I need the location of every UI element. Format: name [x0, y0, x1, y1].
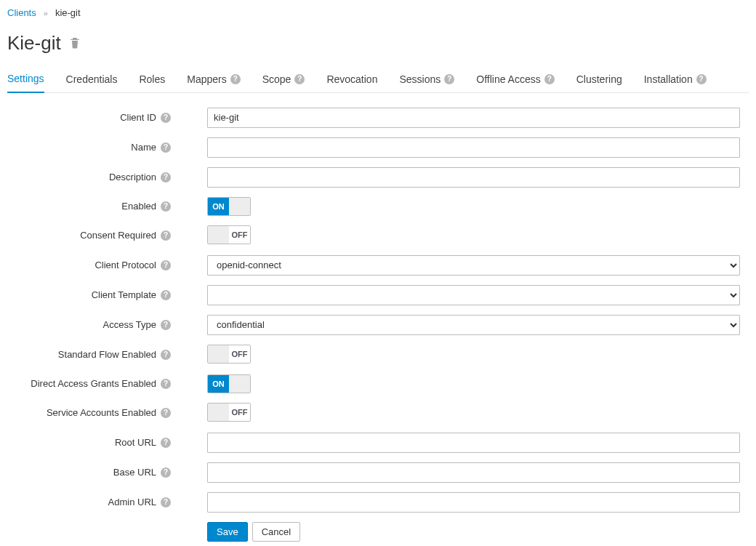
row-standard-flow: Standard Flow Enabled ? OFF — [7, 345, 749, 365]
tab-label: Sessions — [399, 73, 441, 85]
page-title: Kie-git — [7, 33, 61, 54]
direct-access-toggle[interactable]: ON — [207, 374, 251, 393]
tab-label: Roles — [139, 73, 165, 85]
help-icon[interactable]: ? — [161, 497, 171, 507]
help-icon[interactable]: ? — [696, 74, 707, 84]
row-service-accounts: Service Accounts Enabled ? OFF — [7, 403, 749, 423]
help-icon[interactable]: ? — [161, 290, 171, 300]
breadcrumb-clients-link[interactable]: Clients — [7, 7, 36, 18]
breadcrumb: Clients » kie-git — [7, 7, 749, 18]
row-enabled: Enabled ? ON — [7, 197, 749, 216]
help-icon[interactable]: ? — [161, 230, 171, 241]
tab-label: Credentials — [66, 73, 118, 85]
tabs: SettingsCredentialsRolesMappers?Scope?Re… — [7, 67, 749, 93]
help-icon[interactable]: ? — [161, 379, 171, 389]
row-direct-access: Direct Access Grants Enabled ? ON — [7, 374, 749, 393]
label-admin-url: Admin URL ? — [7, 497, 178, 507]
save-button[interactable]: Save — [207, 522, 248, 542]
access-type-select[interactable]: confidential — [207, 315, 740, 335]
client-template-select[interactable] — [207, 285, 740, 305]
tab-scope[interactable]: Scope? — [262, 67, 305, 93]
page-title-row: Kie-git — [7, 33, 749, 54]
tab-label: Revocation — [326, 73, 377, 85]
row-name: Name ? — [7, 137, 749, 158]
tab-label: Mappers — [187, 73, 226, 85]
help-icon[interactable]: ? — [444, 74, 454, 84]
row-description: Description ? — [7, 167, 749, 188]
toggle-handle — [208, 345, 229, 363]
toggle-off-label: OFF — [229, 404, 250, 421]
help-icon[interactable]: ? — [544, 74, 555, 84]
tab-revocation[interactable]: Revocation — [326, 67, 377, 93]
toggle-on-label: ON — [208, 375, 229, 393]
help-icon[interactable]: ? — [161, 438, 171, 448]
label-direct-access: Direct Access Grants Enabled ? — [7, 378, 178, 389]
tab-offline-access[interactable]: Offline Access? — [476, 67, 554, 93]
tab-installation[interactable]: Installation? — [644, 67, 707, 93]
label-client-template: Client Template ? — [7, 289, 178, 300]
tab-mappers[interactable]: Mappers? — [187, 67, 240, 93]
settings-form: Client ID ? Name ? Description ? Enabled… — [7, 108, 749, 542]
toggle-on-label: ON — [208, 198, 229, 215]
form-actions: Save Cancel — [7, 522, 749, 542]
tab-label: Installation — [644, 73, 693, 85]
row-access-type: Access Type ? confidential — [7, 315, 749, 335]
help-icon[interactable]: ? — [230, 74, 241, 84]
label-description: Description ? — [7, 172, 178, 182]
label-client-protocol: Client Protocol ? — [7, 260, 178, 270]
toggle-handle — [229, 198, 250, 215]
label-service-accounts: Service Accounts Enabled ? — [7, 407, 178, 418]
base-url-input[interactable] — [207, 462, 740, 483]
help-icon[interactable]: ? — [161, 350, 171, 360]
toggle-handle — [208, 226, 229, 244]
client-id-input[interactable] — [207, 108, 740, 128]
help-icon[interactable]: ? — [161, 142, 171, 153]
tab-label: Clustering — [576, 73, 622, 85]
label-access-type: Access Type ? — [7, 319, 178, 330]
row-base-url: Base URL ? — [7, 462, 749, 483]
cancel-button[interactable]: Cancel — [252, 522, 300, 542]
tab-settings[interactable]: Settings — [7, 67, 44, 93]
label-root-url: Root URL ? — [7, 437, 178, 448]
tab-label: Scope — [262, 73, 291, 85]
help-icon[interactable]: ? — [161, 260, 171, 270]
label-name: Name ? — [7, 142, 178, 153]
label-client-id: Client ID ? — [7, 112, 178, 123]
toggle-off-label: OFF — [229, 226, 250, 244]
help-icon[interactable]: ? — [161, 467, 171, 478]
tab-roles[interactable]: Roles — [139, 67, 165, 93]
tab-label: Settings — [7, 73, 44, 84]
tab-clustering[interactable]: Clustering — [576, 67, 622, 93]
breadcrumb-separator: » — [44, 9, 48, 17]
label-enabled: Enabled ? — [7, 201, 178, 212]
tab-sessions[interactable]: Sessions? — [399, 67, 454, 93]
row-client-id: Client ID ? — [7, 108, 749, 128]
root-url-input[interactable] — [207, 433, 740, 453]
toggle-handle — [229, 375, 250, 393]
row-client-template: Client Template ? — [7, 285, 749, 305]
row-client-protocol: Client Protocol ? openid-connect — [7, 255, 749, 276]
help-icon[interactable]: ? — [294, 74, 305, 84]
enabled-toggle[interactable]: ON — [207, 197, 251, 216]
help-icon[interactable]: ? — [161, 201, 171, 212]
tab-label: Offline Access — [476, 73, 540, 85]
help-icon[interactable]: ? — [161, 408, 171, 418]
row-admin-url: Admin URL ? — [7, 492, 749, 513]
help-icon[interactable]: ? — [161, 172, 171, 182]
description-input[interactable] — [207, 167, 740, 188]
trash-icon[interactable] — [70, 37, 80, 49]
label-standard-flow: Standard Flow Enabled ? — [7, 349, 178, 360]
label-consent-required: Consent Required ? — [7, 230, 178, 241]
tab-credentials[interactable]: Credentials — [66, 67, 118, 93]
consent-required-toggle[interactable]: OFF — [207, 225, 251, 244]
standard-flow-toggle[interactable]: OFF — [207, 345, 251, 364]
help-icon[interactable]: ? — [161, 320, 171, 330]
admin-url-input[interactable] — [207, 492, 740, 513]
toggle-off-label: OFF — [229, 345, 250, 363]
toggle-handle — [208, 404, 229, 421]
row-root-url: Root URL ? — [7, 433, 749, 453]
service-accounts-toggle[interactable]: OFF — [207, 403, 251, 422]
help-icon[interactable]: ? — [161, 113, 171, 123]
name-input[interactable] — [207, 137, 740, 158]
client-protocol-select[interactable]: openid-connect — [207, 255, 740, 276]
